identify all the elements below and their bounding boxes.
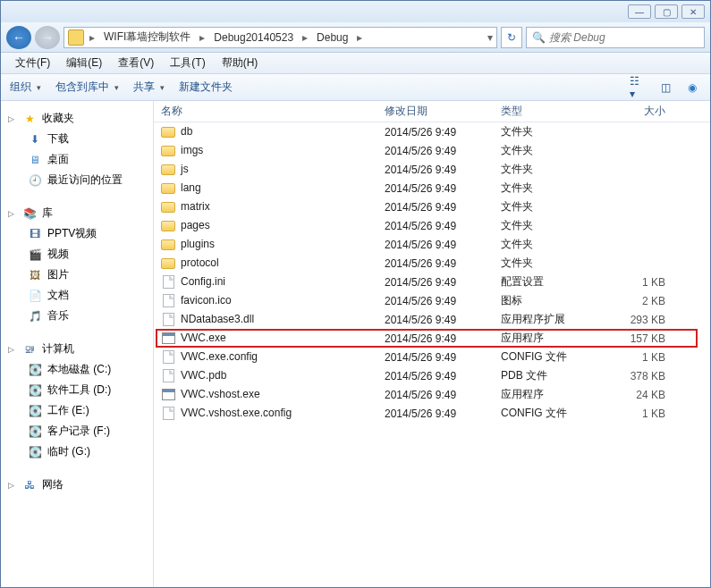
file-icon [161,313,175,327]
file-row[interactable]: plugins2014/5/26 9:49文件夹 [154,235,710,254]
column-header-size[interactable]: 大小 [601,104,673,119]
file-row[interactable]: pages2014/5/26 9:49文件夹 [154,216,710,235]
file-type: CONFIG 文件 [494,406,601,421]
new-folder-button[interactable]: 新建文件夹 [179,80,233,95]
file-row[interactable]: imgs2014/5/26 9:49文件夹 [154,141,710,160]
file-row[interactable]: VWC.pdb2014/5/26 9:49PDB 文件378 KB [154,366,710,385]
file-row[interactable]: lang2014/5/26 9:49文件夹 [154,179,710,197]
view-options-icon[interactable]: ☷ ▾ [630,80,648,96]
sidebar-item-videos[interactable]: 🎬 视频 [4,244,149,265]
file-row[interactable]: Config.ini2014/5/26 9:49配置设置1 KB [154,273,710,291]
breadcrumb-item[interactable]: WIFI幕墙控制软件 [100,29,194,45]
sidebar-item-drive-e[interactable]: 💽 工作 (E:) [4,400,149,421]
menu-file[interactable]: 文件(F) [8,53,57,73]
file-size: 157 KB [601,332,673,345]
sidebar-item-pictures[interactable]: 🖼 图片 [4,265,149,285]
file-row[interactable]: js2014/5/26 9:49文件夹 [154,160,710,179]
sidebar-item-pptv[interactable]: 🎞 PPTV视频 [4,223,149,244]
file-date: 2014/5/26 9:49 [377,332,494,345]
file-row[interactable]: VWC.vshost.exe.config2014/5/26 9:49CONFI… [154,404,710,423]
star-icon: ★ [22,112,37,126]
organize-button[interactable]: 组织 [10,80,41,95]
file-date: 2014/5/26 9:49 [377,314,494,326]
desktop-icon: 🖥 [28,153,42,167]
file-row[interactable]: VWC.exe.config2014/5/26 9:49CONFIG 文件1 K… [154,348,710,366]
file-type: 应用程序扩展 [494,312,601,327]
sidebar-item-documents[interactable]: 📄 文档 [4,285,149,306]
file-date: 2014/5/26 9:49 [377,182,494,195]
titlebar: — ▢ ✕ [1,1,710,22]
file-row[interactable]: favicon.ico2014/5/26 9:49图标2 KB [154,291,710,310]
sidebar-item-label: PPTV视频 [47,226,97,241]
sidebar-head-computer[interactable]: ▷ 🖳 计算机 [4,339,149,359]
file-date: 2014/5/26 9:49 [377,295,494,307]
sidebar-label: 网络 [42,477,63,492]
include-library-button[interactable]: 包含到库中 [55,80,119,95]
file-row[interactable]: VWC.exe2014/5/26 9:49应用程序157 KB [154,329,710,348]
help-icon[interactable]: ◉ [683,80,701,96]
sidebar-item-drive-g[interactable]: 💽 临时 (G:) [4,441,149,462]
menu-view[interactable]: 查看(V) [111,53,161,73]
file-icon [161,369,175,383]
file-size: 2 KB [601,295,673,307]
forward-button[interactable]: → [35,26,60,49]
refresh-button[interactable]: ↻ [501,27,522,48]
music-icon: 🎵 [28,309,42,323]
sidebar: ▷ ★ 收藏夹 ⬇ 下载 🖥 桌面 🕘 最近访问的位置 ▷ 📚 库 [1,101,153,587]
file-type: 图标 [494,293,601,308]
minimize-button[interactable]: — [628,4,651,19]
file-type: 文件夹 [494,256,601,271]
sidebar-item-recent[interactable]: 🕘 最近访问的位置 [4,170,149,190]
sidebar-item-desktop[interactable]: 🖥 桌面 [4,149,149,170]
file-type: 文件夹 [494,162,601,177]
file-row[interactable]: matrix2014/5/26 9:49文件夹 [154,197,710,216]
sidebar-item-label: 文档 [47,288,69,303]
file-row[interactable]: db2014/5/26 9:49文件夹 [154,122,710,141]
menu-help[interactable]: 帮助(H) [215,53,266,73]
sidebar-item-downloads[interactable]: ⬇ 下载 [4,129,149,149]
menu-tools[interactable]: 工具(T) [163,53,212,73]
file-row[interactable]: VWC.vshost.exe2014/5/26 9:49应用程序24 KB [154,385,710,404]
search-box[interactable]: 🔍 [526,27,705,48]
menu-edit[interactable]: 编辑(E) [59,53,109,73]
sidebar-item-drive-f[interactable]: 💽 客户记录 (F:) [4,421,149,441]
sidebar-head-favorites[interactable]: ▷ ★ 收藏夹 [4,108,149,129]
column-header-name[interactable]: 名称 [154,104,377,119]
file-date: 2014/5/26 9:49 [377,370,494,382]
share-button[interactable]: 共享 [133,80,165,95]
expand-icon: ▷ [8,345,17,354]
column-header-date[interactable]: 修改日期 [377,104,494,119]
file-type: 文件夹 [494,124,601,139]
file-row[interactable]: NDatabase3.dll2014/5/26 9:49应用程序扩展293 KB [154,310,710,329]
chevron-right-icon: ▸ [196,31,208,44]
file-date: 2014/5/26 9:49 [377,407,494,420]
breadcrumb[interactable]: ▸ WIFI幕墙控制软件 ▸ Debug20140523 ▸ Debug ▸ ▾ [63,27,497,48]
search-input[interactable] [549,31,698,44]
file-name: lang [181,181,201,194]
maximize-button[interactable]: ▢ [655,4,678,19]
chevron-right-icon: ▸ [86,31,98,44]
chevron-down-icon[interactable]: ▾ [487,31,493,44]
file-date: 2014/5/26 9:49 [377,164,494,176]
sidebar-network: ▷ 🖧 网络 [4,475,149,495]
preview-pane-icon[interactable]: ◫ [656,80,674,96]
close-button[interactable]: ✕ [681,4,705,19]
sidebar-head-libraries[interactable]: ▷ 📚 库 [4,203,149,223]
sidebar-item-drive-c[interactable]: 💽 本地磁盘 (C:) [4,359,149,380]
breadcrumb-item[interactable]: Debug [313,31,351,44]
sidebar-item-label: 下载 [47,131,69,147]
sidebar-label: 收藏夹 [42,111,74,126]
sidebar-head-network[interactable]: ▷ 🖧 网络 [4,475,149,495]
back-button[interactable]: ← [6,26,31,49]
sidebar-item-music[interactable]: 🎵 音乐 [4,306,149,326]
file-name: VWC.pdb [181,369,226,382]
file-row[interactable]: protocol2014/5/26 9:49文件夹 [154,254,710,273]
sidebar-item-drive-d[interactable]: 💽 软件工具 (D:) [4,380,149,400]
menubar: 文件(F) 编辑(E) 查看(V) 工具(T) 帮助(H) [1,53,710,74]
column-header-type[interactable]: 类型 [494,104,601,119]
file-date: 2014/5/26 9:49 [377,389,494,401]
sidebar-item-label: 视频 [47,247,69,262]
folder-icon [161,238,175,252]
expand-icon: ▷ [8,209,17,218]
breadcrumb-item[interactable]: Debug20140523 [210,31,297,44]
